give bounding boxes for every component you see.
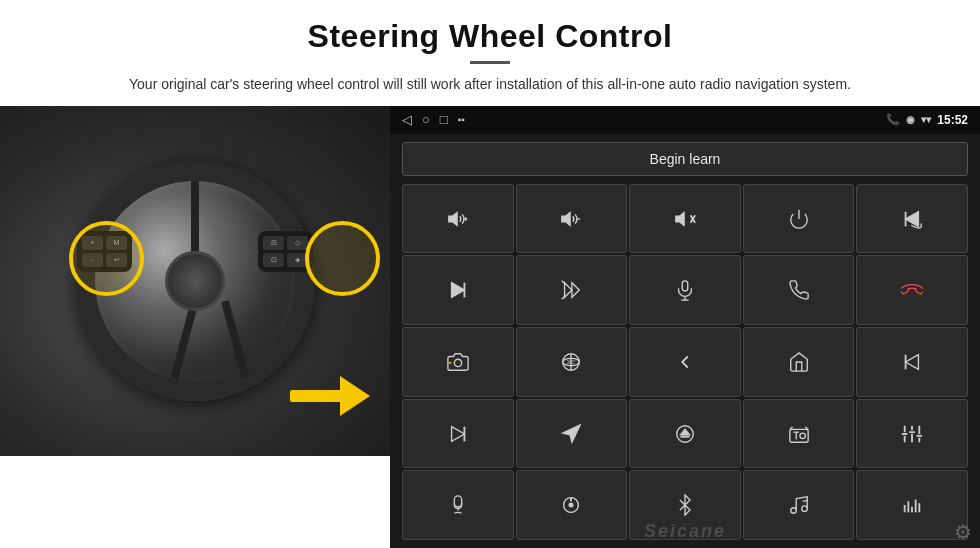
page-title: Steering Wheel Control (60, 18, 920, 55)
svg-marker-5 (676, 212, 684, 225)
title-divider (470, 61, 510, 64)
highlight-left (69, 221, 144, 296)
left-panel: + M - ↩ ⊟ ◇ ⊡ ◈ (0, 106, 390, 456)
nav-square-icon[interactable]: □ (440, 112, 448, 127)
svg-line-52 (802, 501, 807, 502)
svg-point-51 (801, 506, 807, 512)
volume-down-button[interactable] (516, 184, 628, 254)
gear-settings-icon[interactable]: ⚙ (954, 520, 972, 544)
rewind-button[interactable] (856, 327, 968, 397)
steering-wheel-bg: + M - ↩ ⊟ ◇ ⊡ ◈ (0, 106, 390, 456)
radio-button[interactable] (743, 399, 855, 469)
right-panel-wrapper: ◁ ○ □ ▪▪ 📞 ◉ ▾▾ 15:52 Begin learn (390, 106, 980, 548)
svg-point-48 (570, 503, 574, 507)
back-button[interactable] (629, 327, 741, 397)
status-bar-right: 📞 ◉ ▾▾ 15:52 (886, 113, 968, 127)
eject-button[interactable] (629, 399, 741, 469)
svg-point-18 (454, 359, 461, 366)
svg-marker-9 (906, 211, 919, 226)
camera-button[interactable] (402, 327, 514, 397)
arrow (290, 376, 370, 416)
svg-rect-15 (682, 281, 688, 291)
equalizer-button[interactable] (856, 399, 968, 469)
subtitle: Your original car's steering wheel contr… (110, 74, 870, 96)
volume-up-button[interactable] (402, 184, 514, 254)
mic-alt-button[interactable] (402, 470, 514, 540)
svg-point-32 (800, 433, 806, 439)
begin-learn-button[interactable]: Begin learn (402, 142, 968, 176)
nav-back-icon[interactable]: ◁ (402, 112, 412, 127)
svg-marker-25 (451, 426, 464, 441)
skip-forward-button[interactable] (402, 399, 514, 469)
360-view-button[interactable]: 360° (516, 327, 628, 397)
hang-up-button[interactable] (856, 255, 968, 325)
status-bar-left: ◁ ○ □ ▪▪ (402, 112, 465, 127)
time-display: 15:52 (937, 113, 968, 127)
begin-learn-row: Begin learn (390, 134, 980, 182)
svg-point-50 (790, 508, 796, 514)
page-wrapper: Steering Wheel Control Your original car… (0, 0, 980, 548)
status-bar: ◁ ○ □ ▪▪ 📞 ◉ ▾▾ 15:52 (390, 106, 980, 134)
phone-status-icon: 📞 (886, 113, 900, 126)
svg-marker-0 (449, 212, 457, 225)
home-button[interactable] (743, 327, 855, 397)
nav-home-icon[interactable]: ○ (422, 112, 430, 127)
icon-grid: 360° (390, 182, 980, 548)
sound-bars-button[interactable] (856, 470, 968, 540)
wifi-status-icon: ▾▾ (921, 114, 931, 125)
phone-call-button[interactable] (743, 255, 855, 325)
svg-text:360°: 360° (567, 360, 577, 365)
phone-prev-button[interactable] (856, 184, 968, 254)
power-button[interactable] (743, 184, 855, 254)
mute-button[interactable] (629, 184, 741, 254)
right-panel: ◁ ○ □ ▪▪ 📞 ◉ ▾▾ 15:52 Begin learn (390, 106, 980, 548)
fast-forward-button[interactable] (516, 255, 628, 325)
svg-marker-13 (565, 283, 572, 298)
nav-signal-icon: ▪▪ (458, 114, 465, 125)
highlight-right (305, 221, 380, 296)
svg-marker-27 (563, 424, 580, 441)
svg-marker-3 (562, 212, 570, 225)
next-track-button[interactable] (402, 255, 514, 325)
svg-marker-14 (572, 283, 579, 298)
svg-marker-11 (451, 283, 464, 298)
navigate-button[interactable] (516, 399, 628, 469)
location-status-icon: ◉ (906, 114, 915, 125)
music-button[interactable] (743, 470, 855, 540)
svg-marker-23 (906, 354, 919, 369)
header-section: Steering Wheel Control Your original car… (0, 0, 980, 106)
bluetooth-button[interactable] (629, 470, 741, 540)
content-area: + M - ↩ ⊟ ◇ ⊡ ◈ (0, 106, 980, 548)
settings-knob-button[interactable] (516, 470, 628, 540)
svg-marker-30 (680, 429, 689, 435)
microphone-button[interactable] (629, 255, 741, 325)
